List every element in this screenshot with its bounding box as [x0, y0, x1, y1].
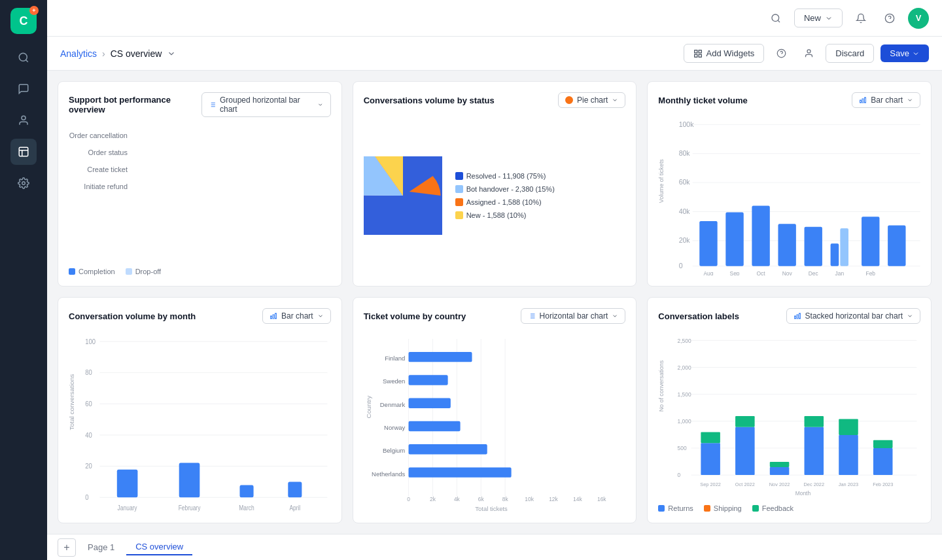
app-logo[interactable]: C + [10, 8, 37, 34]
svg-rect-137 [770, 467, 790, 475]
svg-text:12k: 12k [549, 496, 558, 502]
svg-text:0: 0 [407, 496, 410, 502]
svg-text:1,000: 1,000 [678, 418, 691, 425]
breadcrumb-bar: Analytics › CS overview Add Widgets Disc… [47, 37, 942, 71]
svg-rect-140 [805, 427, 824, 475]
svg-text:60k: 60k [679, 178, 691, 186]
svg-rect-55 [862, 217, 879, 266]
svg-rect-10 [699, 50, 701, 52]
sidebar-item-settings[interactable] [10, 170, 37, 196]
breadcrumb-user-icon[interactable] [798, 43, 819, 64]
tab-cs-overview[interactable]: CS overview [126, 539, 192, 555]
svg-rect-3 [19, 147, 28, 156]
svg-point-2 [22, 116, 26, 120]
support-bot-chart: Order cancellation Order status Create t… [69, 125, 331, 262]
svg-text:0: 0 [679, 262, 683, 270]
svg-rect-81 [288, 482, 302, 498]
svg-text:6k: 6k [478, 496, 484, 502]
monthly-ticket-title: Monthly ticket volume [658, 96, 748, 105]
hbar-row-order-cancellation: Order cancellation [69, 131, 331, 139]
svg-rect-108 [408, 398, 450, 408]
user-avatar[interactable]: V [908, 8, 929, 29]
svg-rect-27 [862, 99, 864, 103]
legend-completion: Completion [69, 268, 115, 275]
discard-button[interactable]: Discard [826, 44, 874, 63]
add-page-button[interactable]: + [58, 538, 76, 557]
breadcrumb-actions: Add Widgets Discard Save [684, 43, 929, 64]
svg-text:Oct 2022: Oct 2022 [735, 481, 755, 487]
support-bot-chart-selector[interactable]: Grouped horizontal bar chart [201, 92, 331, 117]
svg-rect-48 [778, 224, 796, 266]
svg-text:Feb: Feb [866, 270, 876, 275]
svg-rect-143 [839, 435, 859, 475]
svg-text:2,000: 2,000 [678, 364, 691, 371]
svg-text:2k: 2k [430, 496, 436, 502]
svg-rect-52 [831, 243, 839, 266]
conversation-labels-legend: Returns Shipping Feedback [658, 504, 920, 512]
svg-text:Netherlands: Netherlands [372, 470, 405, 478]
svg-text:100k: 100k [679, 120, 694, 128]
svg-text:Jan 2023: Jan 2023 [839, 481, 858, 487]
svg-rect-112 [408, 444, 487, 454]
dashboard-grid: Support bot performance overview Grouped… [47, 71, 942, 534]
conversations-volume-card: Conversations volume by status Pie chart [353, 81, 637, 287]
breadcrumb-analytics[interactable]: Analytics [60, 48, 97, 59]
breadcrumb-separator: › [102, 48, 105, 59]
search-icon[interactable] [765, 8, 786, 29]
svg-rect-110 [408, 421, 460, 431]
conversation-labels-chart: No of conversations 2,500 2,000 1,500 1,… [658, 332, 920, 499]
svg-text:February: February [179, 505, 201, 512]
svg-text:No of conversations: No of conversations [659, 360, 665, 411]
pie-chart-visual [364, 156, 442, 235]
svg-rect-12 [699, 54, 701, 57]
svg-text:0: 0 [678, 472, 681, 478]
svg-rect-60 [273, 315, 274, 319]
svg-text:Denmark: Denmark [379, 401, 405, 408]
hbar-row-order-status: Order status [69, 149, 331, 156]
hbar-row-create-ticket: Create ticket [69, 166, 331, 173]
monthly-chart-selector[interactable]: Bar chart [852, 92, 920, 108]
svg-point-5 [772, 14, 779, 22]
notifications-icon[interactable] [850, 8, 871, 29]
svg-line-6 [778, 20, 780, 22]
svg-text:0: 0 [85, 493, 88, 501]
svg-rect-42 [700, 221, 718, 266]
svg-text:1,500: 1,500 [678, 391, 691, 398]
ticket-country-chart-selector[interactable]: Horizontal bar chart [521, 308, 626, 324]
svg-text:100: 100 [85, 338, 96, 345]
conversations-chart-selector[interactable]: Pie chart [558, 92, 625, 108]
conversation-month-chart-selector[interactable]: Bar chart [262, 308, 331, 324]
breadcrumb-chevron[interactable] [167, 49, 176, 58]
svg-rect-135 [735, 416, 755, 427]
sidebar-item-reports[interactable] [10, 139, 37, 165]
svg-rect-75 [117, 470, 138, 498]
svg-rect-28 [865, 97, 866, 103]
svg-text:Total tickets: Total tickets [475, 505, 508, 512]
breadcrumb-help-icon[interactable] [771, 43, 792, 64]
svg-text:Country: Country [364, 396, 372, 419]
tab-page1[interactable]: Page 1 [78, 540, 124, 555]
ticket-country-header: Ticket volume by country Horizontal bar … [364, 308, 626, 324]
save-button[interactable]: Save [881, 44, 929, 62]
svg-text:Jan: Jan [835, 270, 845, 275]
tab-bar: + Page 1 CS overview [47, 534, 942, 560]
svg-text:Nov 2022: Nov 2022 [769, 481, 790, 487]
new-button[interactable]: New [794, 9, 843, 27]
svg-rect-141 [805, 416, 824, 427]
svg-rect-116 [797, 315, 798, 319]
add-widgets-button[interactable]: Add Widgets [684, 44, 765, 63]
conversation-labels-chart-selector[interactable]: Stacked horizontal bar chart [786, 308, 920, 324]
svg-text:20k: 20k [679, 236, 691, 244]
svg-text:Dec: Dec [809, 270, 819, 275]
sidebar-item-contacts[interactable] [10, 107, 37, 133]
svg-rect-115 [794, 316, 795, 319]
svg-rect-11 [694, 54, 697, 57]
svg-point-4 [22, 182, 26, 185]
svg-text:40: 40 [85, 431, 92, 439]
svg-text:Sweden: Sweden [383, 377, 405, 385]
svg-rect-46 [752, 206, 770, 266]
sidebar-item-search[interactable] [10, 44, 37, 71]
help-icon[interactable] [879, 8, 900, 29]
sidebar-item-chat[interactable] [10, 76, 37, 102]
legend-dropoff: Drop-off [126, 268, 162, 275]
